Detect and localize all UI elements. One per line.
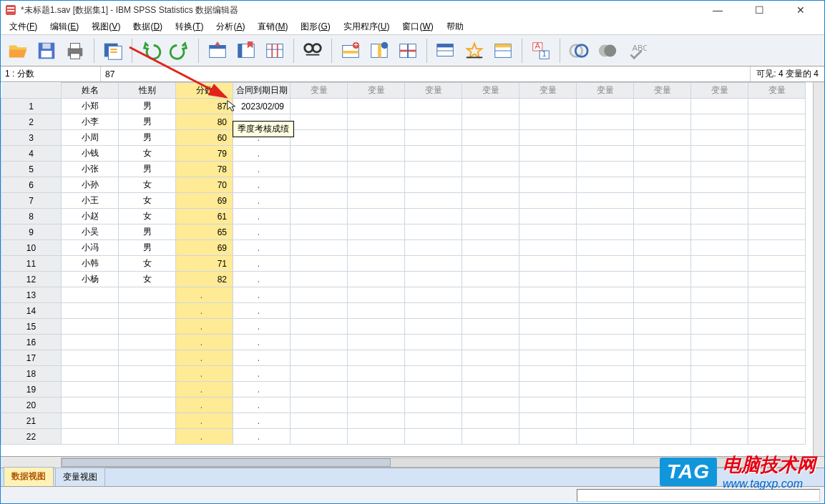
cell[interactable] (519, 177, 577, 193)
undo-icon[interactable] (138, 38, 164, 64)
cell[interactable]: . (176, 303, 233, 319)
row-header[interactable]: 17 (1, 350, 62, 366)
open-icon[interactable] (5, 38, 31, 64)
cell[interactable] (462, 397, 519, 413)
cell[interactable] (519, 209, 577, 224)
cell[interactable]: 82 (176, 272, 233, 287)
cell[interactable] (691, 162, 748, 177)
cell[interactable] (634, 303, 691, 319)
cell[interactable] (748, 303, 806, 319)
cell[interactable] (577, 209, 634, 224)
cell[interactable] (405, 335, 462, 350)
cell[interactable] (405, 224, 462, 240)
cell[interactable]: . (233, 209, 291, 224)
cell[interactable] (748, 350, 806, 366)
close-button[interactable]: ✕ (790, 3, 811, 17)
cell[interactable] (691, 287, 748, 303)
cell[interactable] (462, 193, 519, 209)
row-header[interactable]: 8 (1, 209, 62, 224)
cell[interactable] (519, 193, 577, 209)
cell[interactable]: . (233, 240, 291, 256)
column-header[interactable]: 变量 (348, 83, 405, 99)
column-header[interactable]: 姓名 (62, 83, 119, 99)
cell[interactable] (405, 319, 462, 335)
cell[interactable] (691, 209, 748, 224)
grid-corner[interactable] (1, 83, 62, 99)
cell[interactable] (691, 397, 748, 413)
cell[interactable] (691, 177, 748, 193)
split-file-icon[interactable] (395, 38, 421, 64)
cell[interactable]: 61 (176, 209, 233, 224)
row-header[interactable]: 6 (1, 177, 62, 193)
cell[interactable] (577, 382, 634, 397)
cell[interactable] (405, 162, 462, 177)
print-icon[interactable] (62, 38, 88, 64)
row-header[interactable]: 11 (1, 256, 62, 272)
cell[interactable] (462, 130, 519, 146)
cell[interactable] (405, 209, 462, 224)
cell[interactable] (519, 146, 577, 162)
cell[interactable]: . (233, 350, 291, 366)
cell[interactable] (748, 366, 806, 382)
cell[interactable] (405, 99, 462, 114)
cell[interactable] (62, 319, 119, 335)
cell[interactable] (291, 287, 348, 303)
cell[interactable] (62, 413, 119, 429)
cell[interactable] (291, 350, 348, 366)
column-header[interactable]: 变量 (748, 83, 806, 99)
cell[interactable] (291, 224, 348, 240)
row-header[interactable]: 7 (1, 193, 62, 209)
cell[interactable]: . (233, 193, 291, 209)
cell[interactable] (577, 162, 634, 177)
cell[interactable] (634, 256, 691, 272)
cell[interactable]: . (233, 146, 291, 162)
column-header[interactable]: 合同到期日期 (233, 83, 291, 99)
cell[interactable] (119, 413, 176, 429)
cell[interactable]: 60 (176, 130, 233, 146)
cell[interactable] (519, 429, 577, 445)
cell[interactable]: . (233, 224, 291, 240)
cell[interactable] (348, 366, 405, 382)
cell[interactable] (691, 130, 748, 146)
cell[interactable] (577, 413, 634, 429)
cell[interactable] (748, 319, 806, 335)
cell[interactable]: 女 (119, 256, 176, 272)
cell[interactable] (748, 382, 806, 397)
cell[interactable] (462, 272, 519, 287)
cell[interactable] (348, 272, 405, 287)
cell[interactable]: 女 (119, 209, 176, 224)
cell[interactable] (691, 224, 748, 240)
cell[interactable] (348, 162, 405, 177)
menu-图形[interactable]: 图形(G) (296, 19, 334, 34)
cell[interactable]: 小韩 (62, 256, 119, 272)
column-header[interactable]: 变量 (291, 83, 348, 99)
cell[interactable] (348, 130, 405, 146)
cell[interactable] (748, 146, 806, 162)
cell[interactable] (634, 99, 691, 114)
cell[interactable] (291, 162, 348, 177)
cell[interactable]: . (176, 287, 233, 303)
cell-value-input[interactable]: 87 (101, 66, 750, 81)
cell[interactable] (519, 350, 577, 366)
cell[interactable] (748, 335, 806, 350)
cell[interactable] (691, 366, 748, 382)
cell[interactable] (462, 99, 519, 114)
cell[interactable] (634, 350, 691, 366)
cell[interactable]: . (233, 319, 291, 335)
cell[interactable] (291, 193, 348, 209)
cell[interactable] (291, 319, 348, 335)
cell[interactable]: 80 (176, 114, 233, 130)
cell[interactable]: 男 (119, 224, 176, 240)
cell[interactable]: 男 (119, 162, 176, 177)
cell[interactable] (519, 287, 577, 303)
cell[interactable] (119, 366, 176, 382)
cell[interactable] (462, 224, 519, 240)
cell[interactable] (291, 272, 348, 287)
save-icon[interactable] (34, 38, 59, 64)
cell[interactable] (291, 130, 348, 146)
cell[interactable] (405, 177, 462, 193)
cell[interactable]: 女 (119, 193, 176, 209)
cell[interactable] (691, 303, 748, 319)
cell[interactable] (691, 413, 748, 429)
cell[interactable]: . (233, 303, 291, 319)
